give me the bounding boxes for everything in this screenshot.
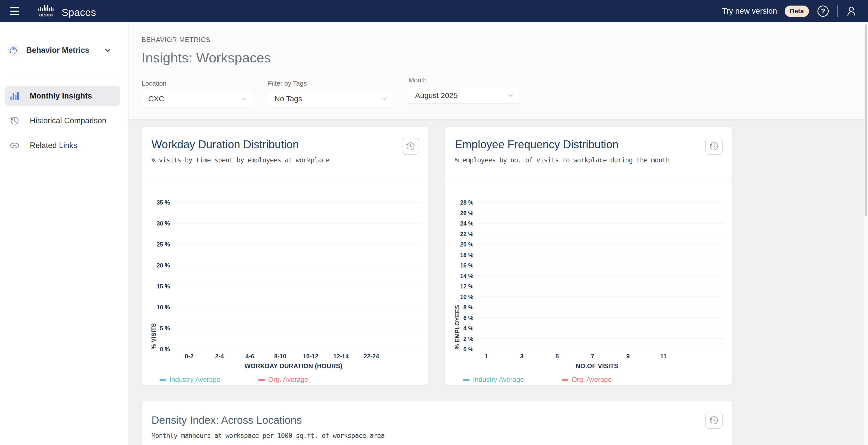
tags-select[interactable]: No Tags [268, 91, 393, 107]
y-axis-tick: 35 % [157, 199, 170, 206]
chart-title: Employee Frequency Distribution [455, 138, 701, 151]
legend-item-org-average[interactable]: Org. Average [258, 376, 308, 384]
history-icon [9, 115, 20, 126]
sidebar-item-label: Related Links [30, 141, 77, 150]
y-axis-tick: 8 % [463, 304, 473, 311]
plot-area: 0 %5 %10 %15 %20 %25 %30 %35 % [174, 203, 421, 349]
chevron-down-icon [104, 46, 112, 54]
card-header: Employee Frequency Distribution % employ… [445, 127, 732, 176]
vertical-scrollbar[interactable] [864, 22, 868, 445]
try-new-version-link[interactable]: Try new version [722, 6, 777, 16]
x-axis-tick: 10-12 [296, 353, 326, 360]
filter-bar: Location CXC Filter by Tags No Tags Mont… [142, 80, 864, 107]
cisco-logo: cisco [36, 4, 57, 19]
sidebar-item-related-links[interactable]: Related Links [5, 136, 120, 155]
x-axis-tick: 7 [584, 353, 601, 360]
x-axis-tick: 22-24 [356, 353, 386, 360]
page-title: Insights: Workspaces [142, 50, 864, 65]
sidebar-item-monthly-insights[interactable]: Monthly Insights [5, 86, 120, 106]
behavior-metrics-icon [7, 44, 19, 56]
x-axis-tick [637, 353, 655, 360]
chart-legend: Industry AverageOrg. Average [463, 376, 724, 384]
month-filter: Month August 2025 [408, 76, 519, 107]
svg-text:?: ? [821, 7, 825, 15]
employee-frequency-card: Employee Frequency Distribution % employ… [445, 127, 732, 385]
hamburger-menu-icon[interactable] [10, 7, 20, 15]
x-axis-tick: 5 [548, 353, 566, 360]
tags-select-value: No Tags [274, 94, 381, 103]
location-select[interactable]: CXC [142, 91, 252, 107]
month-select[interactable]: August 2025 [408, 87, 519, 104]
beta-badge: Beta [785, 5, 809, 17]
history-button[interactable] [402, 138, 419, 155]
month-filter-label: Month [408, 76, 519, 84]
x-axis-tick: 11 [655, 353, 672, 360]
chevron-down-icon [507, 92, 514, 99]
x-axis-tick [531, 353, 548, 360]
sidebar: Behavior Metrics Monthly Insights [0, 22, 129, 445]
x-axis-tick: 12-14 [326, 353, 356, 360]
legend-swatch [258, 379, 265, 381]
location-filter: Location CXC [142, 80, 252, 107]
y-axis-tick: 15 % [157, 283, 170, 290]
y-axis-tick: 10 % [460, 294, 473, 300]
sidebar-section-behavior-metrics[interactable]: Behavior Metrics [7, 44, 112, 56]
user-account-icon[interactable] [845, 5, 858, 17]
tags-filter: Filter by Tags No Tags [268, 80, 393, 107]
top-navbar: cisco Spaces Try new version Beta ? [0, 0, 868, 22]
x-axis-tick [495, 353, 513, 360]
sidebar-item-label: Historical Comparison [30, 116, 106, 125]
x-axis-title: NO.OF VISITS [477, 362, 716, 370]
sidebar-item-label: Monthly Insights [30, 91, 92, 100]
app-title: Spaces [62, 7, 96, 19]
tags-filter-label: Filter by Tags [268, 80, 393, 87]
bar-groups [477, 203, 698, 349]
chevron-down-icon [381, 95, 388, 102]
legend-label: Industry Average [169, 376, 220, 384]
svg-text:cisco: cisco [39, 11, 53, 18]
x-axis-tick: 8-10 [265, 353, 296, 360]
x-axis-tick: 4-6 [235, 353, 265, 360]
legend-item-industry-average[interactable]: Industry Average [463, 376, 524, 384]
history-button[interactable] [705, 412, 722, 429]
sidebar-item-historical-comparison[interactable]: Historical Comparison [5, 111, 120, 131]
x-axis-ticks: 1357911 [477, 353, 690, 360]
y-axis-tick: 20 % [460, 241, 473, 248]
legend-swatch [160, 379, 166, 381]
legend-label: Industry Average [473, 376, 524, 384]
x-axis-tick: 9 [619, 353, 637, 360]
y-axis-tick: 6 % [463, 315, 473, 321]
x-axis-title: WORKDAY DURATION (HOURS) [174, 362, 413, 370]
bar-chart-icon [9, 90, 20, 101]
help-icon[interactable]: ? [816, 4, 830, 18]
x-axis-tick: 2-4 [204, 353, 235, 360]
chart-title: Workday Duration Distribution [152, 138, 398, 151]
scrollbar-thumb[interactable] [865, 24, 867, 216]
density-card-title: Density Index: Across Locations [152, 414, 701, 426]
legend-label: Org. Average [268, 376, 308, 384]
y-axis-title: % EMPLOYEES [454, 203, 461, 349]
x-axis-tick: 3 [513, 353, 530, 360]
chart-subtitle: % employees by no. of visits to workplac… [455, 156, 701, 164]
y-axis-tick: 18 % [460, 251, 473, 258]
x-axis-tick [566, 353, 584, 360]
y-axis-tick: 25 % [157, 241, 170, 248]
history-button[interactable] [705, 138, 722, 155]
chart-legend: Industry AverageOrg. Average [160, 376, 421, 384]
legend-swatch [463, 379, 470, 381]
sidebar-section-label: Behavior Metrics [26, 46, 97, 55]
chart-subtitle: % visits by time spent by employees at w… [152, 156, 398, 164]
legend-item-org-average[interactable]: Org. Average [562, 376, 612, 384]
sidebar-divider [10, 73, 118, 73]
y-axis-tick: 20 % [157, 262, 170, 269]
location-select-value: CXC [148, 94, 240, 103]
y-axis-tick: 28 % [460, 199, 473, 206]
y-axis-tick: 16 % [460, 262, 473, 269]
main-content: BEHAVIOR METRICS Insights: Workspaces Lo… [129, 22, 864, 445]
legend-item-industry-average[interactable]: Industry Average [160, 376, 220, 384]
page-header: BEHAVIOR METRICS Insights: Workspaces Lo… [129, 22, 864, 119]
legend-label: Org. Average [571, 376, 612, 384]
x-axis-tick [601, 353, 619, 360]
y-axis-tick: 2 % [463, 335, 473, 342]
plot-area: 0 %2 %4 %6 %8 %10 %12 %14 %16 %18 %20 %2… [477, 203, 724, 349]
